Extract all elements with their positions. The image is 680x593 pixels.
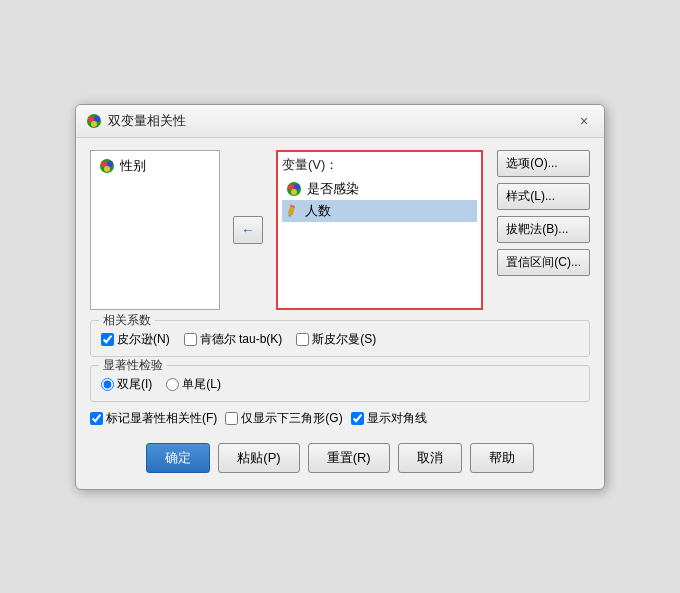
correlation-checkboxes: 皮尔逊(N) 肯德尔 tau-b(K) 斯皮尔曼(S) [101,331,579,348]
move-arrow-button[interactable]: ← [233,216,263,244]
spearman-checkbox-label[interactable]: 斯皮尔曼(S) [296,331,376,348]
svg-point-11 [291,189,297,195]
svg-point-10 [294,184,300,190]
significance-radios: 双尾(I) 单尾(L) [101,376,579,393]
kendall-checkbox-label[interactable]: 肯德尔 tau-b(K) [184,331,283,348]
pencil-icon [286,204,300,218]
dialog-body: 性别 ← 变量(V)： 是否感染 [76,138,604,489]
lower-triangle-label[interactable]: 仅显示下三角形(G) [225,410,342,427]
ball-icon-1 [286,181,302,197]
ball-icon [99,158,115,174]
svg-point-3 [91,121,97,127]
lower-triangle-text: 仅显示下三角形(G) [241,410,342,427]
mark-significance-text: 标记显著性相关性(F) [106,410,217,427]
dialog: 双变量相关性 × 性别 ← [75,104,605,490]
close-button[interactable]: × [574,111,594,131]
app-icon [86,113,102,129]
help-button[interactable]: 帮助 [470,443,534,473]
two-tail-radio-label[interactable]: 双尾(I) [101,376,152,393]
side-buttons: 选项(O)... 样式(L)... 拔靶法(B)... 置信区间(C)... [497,150,590,310]
svg-point-6 [107,161,113,167]
pearson-label: 皮尔逊(N) [117,331,170,348]
confidence-interval-button[interactable]: 置信区间(C)... [497,249,590,276]
show-diagonal-checkbox[interactable] [351,412,364,425]
mark-significance-label[interactable]: 标记显著性相关性(F) [90,410,217,427]
main-area: 性别 ← 变量(V)： 是否感染 [90,150,590,310]
title-bar: 双变量相关性 × [76,105,604,138]
lower-triangle-checkbox[interactable] [225,412,238,425]
footer-buttons: 确定 粘贴(P) 重置(R) 取消 帮助 [90,437,590,477]
svg-point-2 [94,116,100,122]
correlation-title: 相关系数 [99,312,155,329]
svg-point-7 [104,166,110,172]
dialog-title: 双变量相关性 [108,112,186,130]
show-diagonal-label[interactable]: 显示对角线 [351,410,427,427]
pearson-checkbox[interactable] [101,333,114,346]
bottom-checkboxes-row: 标记显著性相关性(F) 仅显示下三角形(G) 显示对角线 [90,410,590,427]
variable-item-2[interactable]: 人数 [282,200,477,222]
reset-button[interactable]: 重置(R) [308,443,390,473]
bootstrap-button[interactable]: 拔靶法(B)... [497,216,590,243]
one-tail-radio[interactable] [166,378,179,391]
list-item-label: 性别 [120,157,146,175]
spearman-label: 斯皮尔曼(S) [312,331,376,348]
cancel-button[interactable]: 取消 [398,443,462,473]
variable-label-2: 人数 [305,202,331,220]
kendall-label: 肯德尔 tau-b(K) [200,331,283,348]
style-button[interactable]: 样式(L)... [497,183,590,210]
list-item[interactable]: 性别 [95,155,215,177]
pearson-checkbox-label[interactable]: 皮尔逊(N) [101,331,170,348]
svg-point-9 [288,184,294,190]
show-diagonal-text: 显示对角线 [367,410,427,427]
significance-section: 显著性检验 双尾(I) 单尾(L) [90,365,590,402]
mark-significance-checkbox[interactable] [90,412,103,425]
variable-panel: 变量(V)： 是否感染 [276,150,483,310]
variable-panel-label: 变量(V)： [282,156,477,174]
options-button[interactable]: 选项(O)... [497,150,590,177]
one-tail-radio-label[interactable]: 单尾(L) [166,376,221,393]
paste-button[interactable]: 粘贴(P) [218,443,299,473]
ok-button[interactable]: 确定 [146,443,210,473]
spearman-checkbox[interactable] [296,333,309,346]
variable-item-1[interactable]: 是否感染 [282,178,477,200]
svg-point-1 [88,116,94,122]
center-panel: ← [230,150,266,310]
kendall-checkbox[interactable] [184,333,197,346]
significance-title: 显著性检验 [99,357,167,374]
two-tail-radio[interactable] [101,378,114,391]
left-variable-list: 性别 [90,150,220,310]
correlation-section: 相关系数 皮尔逊(N) 肯德尔 tau-b(K) 斯皮尔曼(S) [90,320,590,357]
title-bar-left: 双变量相关性 [86,112,186,130]
two-tail-label: 双尾(I) [117,376,152,393]
variable-label-1: 是否感染 [307,180,359,198]
one-tail-label: 单尾(L) [182,376,221,393]
svg-point-5 [101,161,107,167]
